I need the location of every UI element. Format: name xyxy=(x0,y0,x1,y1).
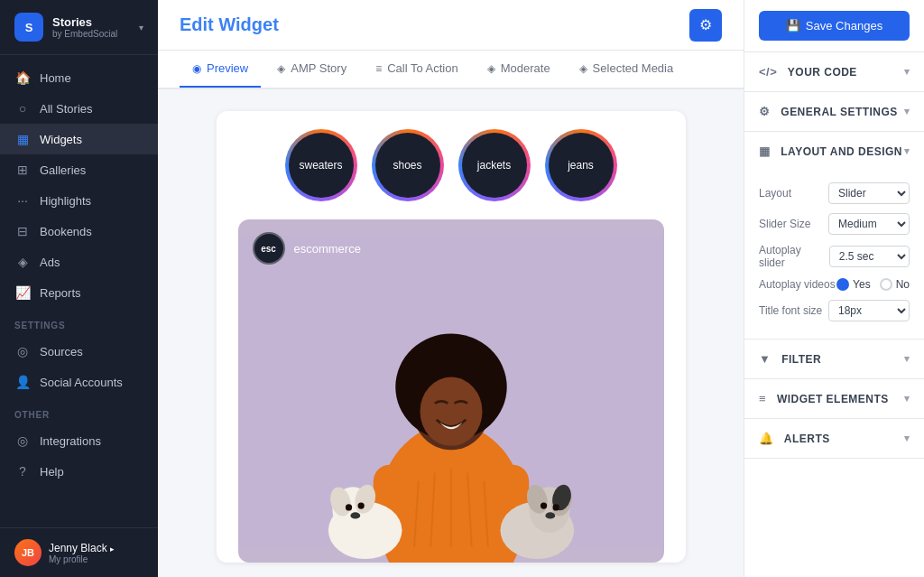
tab-cta-label: Call To Action xyxy=(387,61,458,75)
selected-media-tab-icon: ◈ xyxy=(579,62,587,75)
bookends-icon: ⊟ xyxy=(14,224,31,238)
widget-preview: sweaters shoes jackets jeans esc escomme… xyxy=(217,111,686,563)
story-card[interactable]: esc escommerce xyxy=(238,219,664,563)
layout-design-title-group: ▦ LAYOUT AND DESIGN xyxy=(759,144,902,158)
preview-tab-icon: ◉ xyxy=(192,62,201,75)
title-font-size-label: Title font size xyxy=(759,304,822,317)
alerts-header[interactable]: 🔔 ALERTS ▾ xyxy=(744,419,924,458)
svg-point-5 xyxy=(420,377,482,446)
social-accounts-icon: 👤 xyxy=(14,375,31,389)
layout-design-icon: ▦ xyxy=(759,144,770,158)
sidebar-item-social-accounts[interactable]: 👤 Social Accounts xyxy=(0,367,158,397)
filter-header[interactable]: ▼ FILTER ▾ xyxy=(744,340,924,378)
autoplay-no-dot xyxy=(880,278,892,291)
filter-section: ▼ FILTER ▾ xyxy=(744,340,924,379)
avatar: JB xyxy=(14,539,42,566)
tab-preview[interactable]: ◉ Preview xyxy=(180,51,261,88)
story-circles: sweaters shoes jackets jeans xyxy=(238,129,664,201)
widget-elements-chevron: ▾ xyxy=(904,393,910,405)
your-code-chevron: ▾ xyxy=(904,66,910,78)
gear-settings-button[interactable]: ⚙ xyxy=(689,9,722,42)
top-bar: Edit Widget ⚙ xyxy=(158,0,744,51)
alerts-section: 🔔 ALERTS ▾ xyxy=(744,419,924,459)
amp-story-tab-icon: ◈ xyxy=(277,62,285,75)
tab-call-to-action[interactable]: ≡ Call To Action xyxy=(363,51,471,88)
your-code-section: </> YOUR CODE ▾ xyxy=(744,52,924,92)
story-circle-shoes[interactable]: shoes xyxy=(372,129,444,201)
sidebar-item-label: Social Accounts xyxy=(40,376,123,389)
tab-selected-media[interactable]: ◈ Selected Media xyxy=(567,51,687,88)
story-circle-inner: sweaters xyxy=(289,133,354,198)
tab-moderate[interactable]: ◈ Moderate xyxy=(475,51,563,88)
alerts-chevron: ▾ xyxy=(904,433,910,444)
sidebar-logo[interactable]: S Stories by EmbedSocial ▾ xyxy=(0,0,158,55)
story-circle-sweaters[interactable]: sweaters xyxy=(285,129,357,201)
home-icon: 🏠 xyxy=(14,70,31,85)
sidebar-item-label: Bookends xyxy=(40,225,92,238)
user-info: Jenny Black ▸ My profile xyxy=(49,542,115,564)
alerts-title-group: 🔔 ALERTS xyxy=(759,432,830,445)
sidebar-item-highlights[interactable]: ··· Highlights xyxy=(0,185,158,216)
sidebar-item-all-stories[interactable]: ○ All Stories xyxy=(0,93,158,124)
top-bar-right: ⚙ xyxy=(689,9,722,42)
top-bar-wrapper: Edit Widget ⚙ ◉ Preview ◈ AMP Story ≡ Ca… xyxy=(158,0,744,89)
tab-amp-story-label: AMP Story xyxy=(291,61,346,75)
autoplay-no-option[interactable]: No xyxy=(880,278,910,291)
story-circle-jackets[interactable]: jackets xyxy=(458,129,531,201)
page-title: Edit Widget xyxy=(180,14,279,35)
sidebar-item-label: Sources xyxy=(40,345,83,358)
sidebar-item-home[interactable]: 🏠 Home xyxy=(0,62,158,93)
layout-design-section: ▦ LAYOUT AND DESIGN ▾ Layout Slider Grid… xyxy=(744,132,924,340)
layout-label: Layout xyxy=(759,187,791,200)
cta-tab-icon: ≡ xyxy=(375,62,382,75)
slider-size-select[interactable]: Small Medium Large xyxy=(828,213,910,235)
svg-point-22 xyxy=(545,512,555,518)
widget-elements-header[interactable]: ≡ WIDGET ELEMENTS ▾ xyxy=(744,379,924,418)
tabs-bar: ◉ Preview ◈ AMP Story ≡ Call To Action ◈… xyxy=(158,51,744,88)
app-name: Stories xyxy=(52,15,117,29)
layout-design-label: LAYOUT AND DESIGN xyxy=(781,145,902,158)
alerts-icon: 🔔 xyxy=(759,432,773,445)
autoplay-yes-option[interactable]: Yes xyxy=(836,278,871,291)
svg-point-12 xyxy=(345,504,351,510)
save-changes-label: Save Changes xyxy=(806,19,882,33)
title-font-size-select[interactable]: 14px 16px 18px 20px xyxy=(828,300,910,321)
autoplay-slider-label: Autoplay slider xyxy=(759,244,829,269)
user-profile[interactable]: JB Jenny Black ▸ My profile xyxy=(0,527,158,577)
title-font-size-row: Title font size 14px 16px 18px 20px xyxy=(759,295,910,326)
user-name: Jenny Black ▸ xyxy=(49,542,115,554)
galleries-icon: ⊞ xyxy=(14,163,31,177)
sidebar-item-help[interactable]: ? Help xyxy=(0,456,158,487)
sidebar-item-label: All Stories xyxy=(40,102,93,116)
app-by: by EmbedSocial xyxy=(52,29,117,39)
sidebar-item-ads[interactable]: ◈ Ads xyxy=(0,247,158,277)
sidebar-item-bookends[interactable]: ⊟ Bookends xyxy=(0,216,158,247)
save-changes-button[interactable]: 💾 Save Changes xyxy=(759,11,910,41)
general-settings-header[interactable]: ⚙ GENERAL SETTINGS ▾ xyxy=(744,92,924,131)
slider-size-row: Slider Size Small Medium Large xyxy=(759,209,910,239)
story-circle-jeans[interactable]: jeans xyxy=(545,129,617,201)
other-section-label: OTHER xyxy=(0,397,158,425)
autoplay-videos-label: Autoplay videos xyxy=(759,278,836,291)
sidebar-item-widgets[interactable]: ▦ Widgets xyxy=(0,124,158,154)
svg-point-21 xyxy=(552,504,559,510)
widget-elements-icon: ≡ xyxy=(759,392,766,405)
filter-icon: ▼ xyxy=(759,352,771,366)
widgets-icon: ▦ xyxy=(14,132,31,146)
sidebar-item-sources[interactable]: ◎ Sources xyxy=(0,336,158,367)
sidebar-item-galleries[interactable]: ⊞ Galleries xyxy=(0,154,158,185)
sidebar-item-label: Ads xyxy=(40,256,60,269)
sidebar-item-reports[interactable]: 📈 Reports xyxy=(0,277,158,308)
story-account-icon: esc xyxy=(253,232,285,265)
integrations-icon: ◎ xyxy=(14,433,31,448)
sidebar-item-integrations[interactable]: ◎ Integrations xyxy=(0,425,158,456)
settings-section-label: SETTINGS xyxy=(0,308,158,336)
layout-select[interactable]: Slider Grid List xyxy=(828,182,910,204)
tab-amp-story[interactable]: ◈ AMP Story xyxy=(264,51,359,88)
autoplay-slider-select[interactable]: 1 sec 2 sec 2.5 sec 3 sec 5 sec xyxy=(829,246,910,267)
your-code-header[interactable]: </> YOUR CODE ▾ xyxy=(744,52,924,91)
sidebar-item-label: Help xyxy=(40,465,64,479)
layout-design-header[interactable]: ▦ LAYOUT AND DESIGN ▾ xyxy=(744,132,924,171)
layout-design-chevron: ▾ xyxy=(904,145,910,157)
logo-dropdown-arrow[interactable]: ▾ xyxy=(139,23,143,33)
